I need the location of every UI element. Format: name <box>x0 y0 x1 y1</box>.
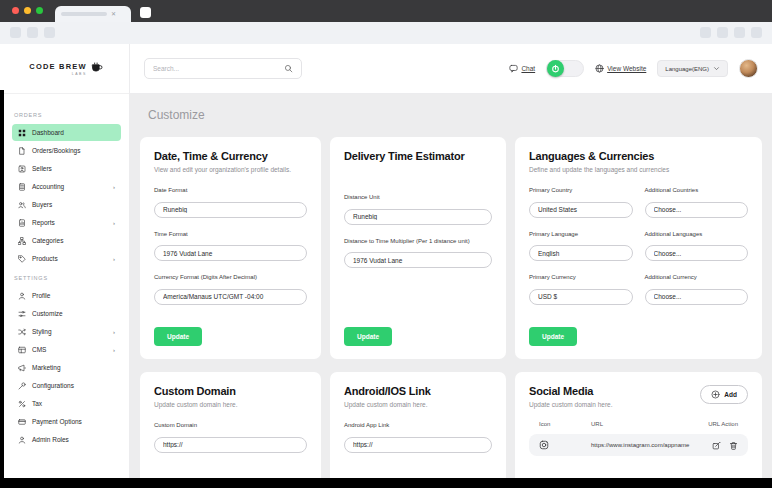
close-window-button[interactable] <box>12 7 19 14</box>
chevron-right-icon: › <box>113 184 115 190</box>
date-format-input[interactable] <box>154 202 307 218</box>
chevron-right-icon: › <box>113 347 115 353</box>
additional-currency-select[interactable] <box>645 289 749 305</box>
sidebar-item-buyers[interactable]: Buyers <box>12 196 121 213</box>
brand-logo[interactable]: CODE BREW LABS <box>4 44 129 94</box>
maximize-window-button[interactable] <box>36 7 43 14</box>
additional-countries-select[interactable] <box>645 202 749 218</box>
search-input[interactable] <box>153 65 278 72</box>
additional-languages-select[interactable] <box>645 245 749 261</box>
sidebar-item-reports[interactable]: Reports› <box>12 214 121 231</box>
currency-format-input[interactable] <box>154 289 307 305</box>
sidebar-item-categories[interactable]: Categories <box>12 232 121 249</box>
card-social-media: Social Media Update custom domain here. … <box>515 372 762 478</box>
field-currency-format: Currency Format (Digits After Decimal) <box>154 274 307 305</box>
browser-tab[interactable]: ✕ <box>55 6 131 22</box>
sidebar-item-tax[interactable]: Tax <box>12 395 121 412</box>
custom-domain-input[interactable] <box>154 437 307 453</box>
sidebar-item-styling[interactable]: Styling› <box>12 323 121 340</box>
instagram-icon <box>539 440 549 450</box>
field-android-app-link: Android App Link <box>344 422 492 453</box>
chat-link[interactable]: Chat <box>509 64 535 73</box>
sidebar-item-label: Tax <box>32 400 115 407</box>
update-button[interactable]: Update <box>154 327 202 346</box>
card-delivery-time-estimator: Delivery Time Estimator Distance Unit Di… <box>330 137 506 359</box>
edit-icon[interactable] <box>712 441 721 450</box>
view-website-link[interactable]: View Website <box>595 64 646 73</box>
sidebar-item-label: Buyers <box>32 201 115 208</box>
android-app-link-input[interactable] <box>344 437 492 453</box>
search-box[interactable] <box>144 58 302 79</box>
time-format-input[interactable] <box>154 245 307 261</box>
card-subtitle: Update custom domain here. <box>529 401 612 409</box>
primary-currency-select[interactable] <box>529 289 633 305</box>
language-selector[interactable]: Language(ENG) <box>657 60 728 77</box>
sidebar-item-marketing[interactable]: Marketing <box>12 359 121 376</box>
sidebar-item-configurations[interactable]: Configurations <box>12 377 121 394</box>
tab-close-icon[interactable]: ✕ <box>111 11 116 17</box>
sidebar: CODE BREW LABS ORDERSDashboardOrders/Boo… <box>4 44 130 478</box>
sidebar-item-cms[interactable]: CMS› <box>12 341 121 358</box>
social-url: https://www.instagram.com/appname <box>591 442 692 448</box>
sidebar-item-customize[interactable]: Customize <box>12 305 121 322</box>
card-subtitle: Define and update the languages and curr… <box>529 166 748 174</box>
sidebar-item-sellers[interactable]: Sellers <box>12 160 121 177</box>
sidebar-item-accounting[interactable]: Accounting› <box>12 178 121 195</box>
sidebar-item-dashboard[interactable]: Dashboard <box>12 124 121 141</box>
cms-icon <box>18 346 26 354</box>
wrench-icon <box>18 382 26 390</box>
seller-icon <box>18 165 26 173</box>
update-button[interactable]: Update <box>529 327 577 346</box>
coffee-cup-icon <box>91 62 104 75</box>
card-title: Social Media <box>529 385 612 397</box>
sidebar-item-label: Orders/Bookings <box>32 147 115 154</box>
user-icon <box>18 292 26 300</box>
chat-icon <box>509 64 518 73</box>
chevron-down-icon <box>713 65 720 72</box>
field-primary-currency: Primary Currency <box>529 274 633 305</box>
card-title: Custom Domain <box>154 385 307 397</box>
card-date-time-currency: Date, Time & Currency View and edit your… <box>140 137 321 359</box>
update-button[interactable]: Update <box>344 327 392 346</box>
distance-time-multiplier-input[interactable] <box>344 252 492 268</box>
sidebar-item-label: Marketing <box>32 364 115 371</box>
sidebar-item-label: Profile <box>32 292 115 299</box>
admin-app-window: CODE BREW LABS ORDERSDashboardOrders/Boo… <box>4 44 772 478</box>
add-social-button[interactable]: Add <box>700 385 748 404</box>
sidebar-item-label: Styling <box>32 328 107 335</box>
sidebar-item-profile[interactable]: Profile <box>12 287 121 304</box>
logo-subtext: LABS <box>29 72 86 76</box>
card-subtitle: View and edit your organization's profil… <box>154 166 307 174</box>
sidebar-item-label: Configurations <box>32 382 115 389</box>
toggle-knob[interactable] <box>547 60 564 77</box>
grid-icon <box>18 129 26 137</box>
sidebar-item-admin-roles[interactable]: Admin Roles <box>12 431 121 448</box>
primary-country-select[interactable] <box>529 202 633 218</box>
chat-label: Chat <box>521 65 535 72</box>
primary-language-select[interactable] <box>529 245 633 261</box>
tag-icon <box>18 255 26 263</box>
trash-icon[interactable] <box>729 441 738 450</box>
distance-unit-input[interactable] <box>344 209 492 225</box>
sidebar-item-payment-options[interactable]: Payment Options <box>12 413 121 430</box>
sidebar-item-label: Reports <box>32 219 107 226</box>
field-additional-languages: Additional Languages <box>645 231 749 262</box>
sidebar-item-label: Products <box>32 255 107 262</box>
store-status-toggle[interactable] <box>546 60 584 77</box>
card-custom-domain: Custom Domain Update custom domain here.… <box>140 372 321 478</box>
chevron-right-icon: › <box>113 220 115 226</box>
sidebar-item-label: CMS <box>32 346 107 353</box>
minimize-window-button[interactable] <box>24 7 31 14</box>
chevron-right-icon: › <box>113 256 115 262</box>
new-tab-button[interactable] <box>140 7 151 18</box>
payment-icon <box>18 418 26 426</box>
sidebar-item-label: Categories <box>32 237 115 244</box>
users-icon <box>18 201 26 209</box>
nav-reload-placeholder <box>44 27 55 38</box>
sidebar-item-products[interactable]: Products› <box>12 250 121 267</box>
search-icon <box>284 64 293 73</box>
sidebar-item-label: Accounting <box>32 183 107 190</box>
user-avatar[interactable] <box>739 59 758 78</box>
page-title: Customize <box>148 108 762 122</box>
sidebar-item-orders-bookings[interactable]: Orders/Bookings <box>12 142 121 159</box>
